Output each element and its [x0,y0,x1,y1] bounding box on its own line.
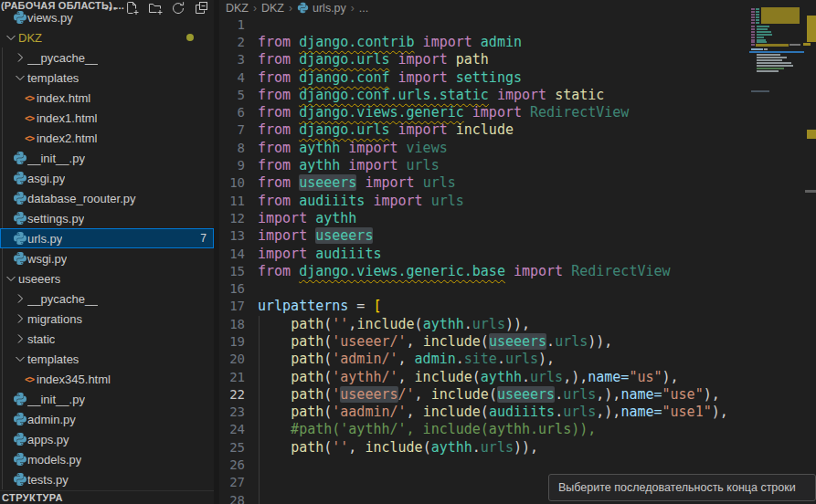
line-number[interactable]: 17 [219,299,245,313]
code-line[interactable]: 12import aythh [219,209,816,226]
code-line[interactable]: 15from django.views.generic.base import … [219,262,816,279]
tree-item-index2-html[interactable]: <>index2.html [0,128,214,148]
tree-item--pycache-[interactable]: __pycache__ [0,289,214,309]
line-text[interactable]: from django.conf import settings [258,69,522,86]
tree-item--pycache-[interactable]: __pycache__ [0,47,214,68]
line-text[interactable]: from django.urls import path [258,51,489,68]
outline-section[interactable]: СТРУКТУРА [0,490,214,504]
line-number[interactable]: 16 [219,281,245,296]
code-line[interactable]: 24 #path('aythh/', include(aythh.urls)), [219,421,816,438]
code-line[interactable]: 14import audiiits [219,245,816,262]
code-line[interactable]: 13import useeers [219,227,816,245]
tree-item-index345-html[interactable]: <>index345.html [0,369,214,389]
line-text[interactable]: from django.views.generic import Redirec… [258,104,629,121]
code-line[interactable]: 4from django.conf import settings [219,68,816,86]
line-text[interactable]: #path('aythh/', include(aythh.urls)), [258,421,596,437]
code-line[interactable]: 25 path('', include(aythh.urls)), [219,438,816,456]
line-number[interactable]: 26 [219,457,245,472]
line-text[interactable]: path('useeers/', include(useeers.urls,),… [258,386,720,403]
line-number[interactable]: 19 [219,334,245,349]
tree-item-models-py[interactable]: models.py [0,449,214,469]
line-number[interactable]: 20 [219,352,245,366]
line-text[interactable]: path('useeer/', include(useeers.urls)), [258,333,612,350]
line-number[interactable]: 24 [219,422,245,436]
tree-item-urls-py[interactable]: urls.py7 [0,228,214,248]
code-line[interactable]: 9from aythh import urls [219,156,816,173]
line-number[interactable]: 9 [219,158,245,173]
code-line[interactable]: 21 path('aythh/', include(aythh.urls,),n… [219,368,816,385]
line-text[interactable]: import audiiits [258,246,381,262]
code-line[interactable]: 26 [219,456,816,473]
new-file-icon[interactable] [125,1,140,16]
tree-item--init-py[interactable]: __init__.py [0,389,214,409]
line-number[interactable]: 6 [219,105,245,120]
tree-item-apps-py[interactable]: apps.py [0,429,214,449]
code-line[interactable]: 20 path('admin/', admin.site.urls), [219,351,816,368]
line-number[interactable]: 23 [219,404,245,419]
line-number[interactable]: 21 [219,370,245,384]
more-actions-icon[interactable]: ⋯ [104,2,117,16]
tree-item-static[interactable]: static [0,329,214,349]
tree-item-database-roouter-py[interactable]: database_roouter.py [0,188,214,208]
line-text[interactable]: from audiiits import urls [258,193,464,209]
line-text[interactable]: path('admin/', admin.site.urls), [258,351,555,367]
code-line[interactable]: 3from django.urls import path [219,51,816,68]
tree-item-wsgi-py[interactable]: wsgi.py [0,248,214,268]
tree-item-migrations[interactable]: migrations [0,309,214,329]
tree-item-tests-py[interactable]: tests.py [0,469,214,489]
tree-item-dkz[interactable]: DKZ [0,27,214,47]
line-text[interactable]: path('',include(aythh.urls)), [258,316,530,332]
line-number[interactable]: 27 [219,475,245,489]
tree-item-index1-html[interactable]: <>index1.html [0,108,214,128]
tree-item-settings-py[interactable]: settings.py [0,208,214,228]
line-number[interactable]: 2 [219,35,245,49]
breadcrumb-item[interactable]: urls.py [297,2,346,15]
line-text[interactable]: import useeers [258,227,373,244]
code-line[interactable]: 7from django.urls import include [219,121,816,139]
line-text[interactable]: from aythh import views [258,140,448,156]
code-area[interactable]: 12from django.contrib import admin3from … [219,16,816,504]
code-line[interactable]: 11from audiiits import urls [219,192,816,209]
line-text[interactable]: from useeers import urls [258,174,456,191]
breadcrumb-item[interactable]: DKZ [261,2,284,15]
tree-item-asgi-py[interactable]: asgi.py [0,168,214,188]
line-text[interactable]: path('aythh/', include(aythh.urls,),name… [258,369,679,385]
code-line[interactable]: 18 path('',include(aythh.urls)), [219,315,816,332]
line-number[interactable]: 18 [219,317,245,331]
line-number[interactable]: 10 [219,175,245,190]
line-number[interactable]: 25 [219,440,245,455]
line-number[interactable]: 7 [219,122,245,137]
refresh-icon[interactable] [171,1,185,16]
line-text[interactable]: from django.urls import include [258,121,514,138]
collapse-all-icon[interactable] [194,1,208,16]
line-number[interactable]: 28 [219,493,245,504]
line-number[interactable]: 3 [219,52,245,67]
code-line[interactable]: 2from django.contrib import admin [219,33,816,50]
code-line[interactable]: 16 [219,279,816,297]
code-line[interactable]: 1 [219,16,816,33]
line-text[interactable]: urlpatterns = [ [258,298,381,314]
line-number[interactable]: 4 [219,70,245,85]
code-line[interactable]: 19 path('useeer/', include(useeers.urls)… [219,332,816,350]
code-line[interactable]: 6from django.views.generic import Redire… [219,103,816,121]
tree-item-index-html[interactable]: <>index.html [0,88,214,108]
line-number[interactable]: 22 [219,387,245,402]
tree-item-useeers[interactable]: useeers [0,268,214,289]
line-text[interactable]: path('', include(aythh.urls)), [258,439,538,456]
line-text[interactable]: from django.contrib import admin [258,34,522,50]
line-number[interactable]: 5 [219,88,245,102]
tree-item-admin-py[interactable]: admin.py [0,409,214,429]
line-text[interactable]: from aythh import urls [258,157,440,173]
code-line[interactable]: 17urlpatterns = [ [219,298,816,315]
line-number[interactable]: 8 [219,141,245,155]
code-line[interactable]: 23 path('aadmin/', include(audiiits.urls… [219,404,816,421]
line-text[interactable]: from django.views.generic.base import Re… [258,263,671,279]
tree-item-templates[interactable]: templates [0,68,214,88]
line-number[interactable]: 13 [219,228,245,243]
line-number[interactable]: 1 [219,17,245,32]
line-text[interactable]: import aythh [258,210,356,226]
tree-item--init-py[interactable]: __init__.py [0,148,214,168]
code-line[interactable]: 5from django.conf.urls.static import sta… [219,86,816,103]
line-number[interactable]: 12 [219,211,245,226]
line-text[interactable]: from django.conf.urls.static import stat… [258,87,604,103]
